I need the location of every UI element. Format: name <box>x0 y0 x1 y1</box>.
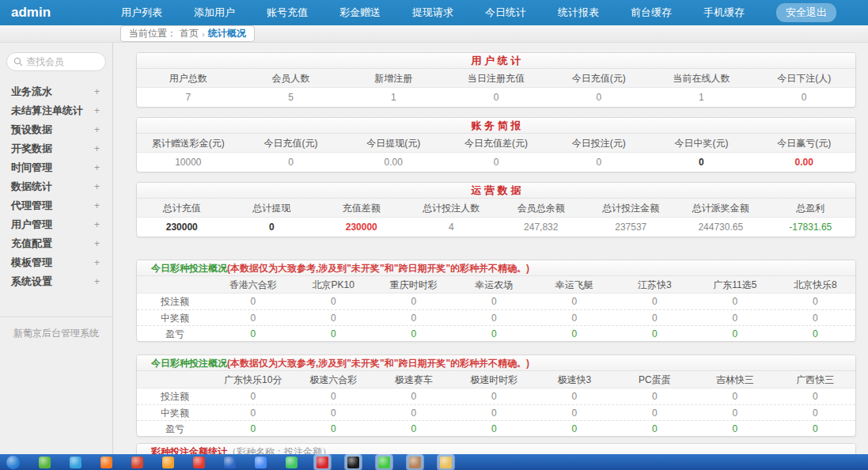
expand-plus-icon: + <box>94 181 100 192</box>
row-label-spacer <box>137 276 213 293</box>
table-row-profit-loss: 盈亏 00000000 <box>137 420 855 436</box>
windows-taskbar <box>0 454 868 470</box>
table-cell: 今日下注(人) <box>752 69 855 87</box>
sidebar-item-business-flow[interactable]: 业务流水+ <box>0 82 112 101</box>
360-browser-icon[interactable] <box>131 457 143 468</box>
table-cell: 0 <box>294 294 374 309</box>
panel-today-lottery-1: 今日彩种投注概况(本数据仅为大致参考,涉及到"未开奖"和"跨日期开奖"的彩种并不… <box>136 260 856 342</box>
table-cell: 总计充值 <box>137 199 227 217</box>
panel-title: 今日彩种投注概况(本数据仅为大致参考,涉及到"未开奖"和"跨日期开奖"的彩种并不… <box>137 355 855 371</box>
panel-operation-data: 运 营 数 据 总计充值总计提现充值差额总计投注人数会员总余额总计投注金额总计派… <box>136 182 856 237</box>
table-cell: 0 <box>213 326 294 341</box>
wechat-icon[interactable] <box>378 457 390 468</box>
table-cell: 0 <box>454 310 535 325</box>
row-label: 投注额 <box>137 389 213 404</box>
table-cell: 0 <box>615 389 696 404</box>
table-cell: 0 <box>534 421 615 436</box>
sidebar-item-unsettled-bet-stats[interactable]: 未结算注单统计+ <box>0 101 112 120</box>
table-cell: 0 <box>373 421 454 436</box>
top-menu-add-user[interactable]: 添加用户 <box>194 6 235 20</box>
top-menu-withdrawal-requests[interactable]: 提现请求 <box>412 6 453 20</box>
sidebar-item-time-management[interactable]: 时间管理+ <box>0 158 112 177</box>
sidebar-item-recharge-config[interactable]: 充值配置+ <box>0 234 112 253</box>
sidebar-item-system-settings[interactable]: 系统设置+ <box>0 272 112 291</box>
user-avatar-icon[interactable] <box>409 457 421 468</box>
table-cell: 江苏快3 <box>615 276 696 293</box>
table-cell: 今日充值(元) <box>240 134 343 152</box>
foxit-reader-icon[interactable] <box>316 457 328 468</box>
firefox-icon[interactable] <box>100 457 112 468</box>
table-cell: 0 <box>695 310 775 325</box>
top-menu-bonus-gift[interactable]: 彩金赠送 <box>339 6 381 20</box>
table-cell: 0 <box>240 153 343 172</box>
sidebar-item-template-management[interactable]: 模板管理+ <box>0 253 112 272</box>
photoshop-icon[interactable] <box>224 457 236 468</box>
top-menu-mobile-cache[interactable]: 手机缓存 <box>703 6 745 20</box>
sidebar-item-draw-data[interactable]: 开奖数据+ <box>0 139 112 158</box>
panel-user-stats: 用 户 统 计 用户总数会员人数新增注册当日注册充值今日充值(元)当前在线人数今… <box>136 52 856 108</box>
table-cell: PC蛋蛋 <box>615 371 696 388</box>
table-cell: 幸运农场 <box>454 276 535 293</box>
crocodile-app-icon[interactable] <box>39 457 51 468</box>
table-cell: 237537 <box>586 218 677 237</box>
logout-button[interactable]: 安全退出 <box>776 3 836 22</box>
ie-browser-icon[interactable] <box>70 457 81 468</box>
table-cell: 0 <box>373 294 454 309</box>
table-cell: 广东快乐10分 <box>213 371 294 388</box>
expand-plus-icon: + <box>94 86 100 97</box>
sidebar-menu: 业务流水+ 未结算注单统计+ 预设数据+ 开奖数据+ 时间管理+ 数据统计+ 代… <box>0 82 112 291</box>
table-cell: 总计提现 <box>227 199 317 217</box>
start-button[interactable] <box>6 456 20 469</box>
panel-title-main: 今日彩种投注概况 <box>151 358 227 369</box>
sidebar-item-user-management[interactable]: 用户管理+ <box>0 215 112 234</box>
folder-icon[interactable] <box>440 457 452 468</box>
expand-plus-icon: + <box>94 143 100 154</box>
search-input[interactable] <box>26 56 97 67</box>
expand-plus-icon: + <box>94 238 100 249</box>
table-cell: 4 <box>407 218 497 237</box>
table-cell: 广东11选5 <box>695 276 775 293</box>
table-row-win-amount: 中奖额 00000000 <box>137 309 855 325</box>
search-icon <box>13 57 23 66</box>
top-menu-user-list[interactable]: 用户列表 <box>121 6 162 20</box>
table-cell: 244730.65 <box>676 218 766 237</box>
media-player-icon[interactable] <box>286 457 298 468</box>
table-value-row: 10000 0 0.00 0 0 0 0.00 <box>137 153 855 172</box>
table-header-row: 总计充值总计提现充值差额总计投注人数会员总余额总计投注金额总计派奖金额总盈利 <box>137 199 855 218</box>
table-cell: 0 <box>445 153 548 172</box>
table-cell: 0 <box>454 405 535 420</box>
chrome-icon[interactable] <box>255 457 267 468</box>
row-label-spacer <box>137 371 213 388</box>
sidebar-item-preset-data[interactable]: 预设数据+ <box>0 120 112 139</box>
table-cell: 0 <box>294 310 374 325</box>
table-cell: 0 <box>752 88 855 107</box>
top-menu-account-recharge[interactable]: 账号充值 <box>267 6 308 20</box>
red-app-icon[interactable] <box>193 457 205 468</box>
top-menu-frontend-cache[interactable]: 前台缓存 <box>631 6 672 20</box>
table-cell: 0 <box>775 310 856 325</box>
row-label: 投注额 <box>137 294 213 309</box>
screen: admin 用户列表 添加用户 账号充值 彩金赠送 提现请求 今日统计 统计报表… <box>0 0 868 470</box>
row-label: 中奖额 <box>137 405 213 420</box>
sidebar-item-agent-management[interactable]: 代理管理+ <box>0 196 112 215</box>
table-value-row: 7510010 <box>137 88 855 107</box>
breadcrumb-bar: 当前位置： 首页 › 统计概况 <box>0 25 868 43</box>
top-menu-today-statistics[interactable]: 今日统计 <box>485 6 526 20</box>
sidebar-footer: 新葡京后台管理系统 <box>0 327 112 340</box>
table-cell: 0 <box>775 405 856 420</box>
table-cell: 总计派奖金额 <box>676 199 766 217</box>
table-cell: 0 <box>775 421 856 436</box>
panel-title: 账 务 简 报 <box>137 118 855 134</box>
top-menu-statistics-report[interactable]: 统计报表 <box>558 6 599 20</box>
table-cell: 0 <box>294 389 374 404</box>
breadcrumb-current[interactable]: 统计概况 <box>208 27 246 40</box>
table-header-row: 广东快乐10分极速六合彩极速赛车极速时时彩极速快3PC蛋蛋吉林快三广西快三 <box>137 371 855 389</box>
table-cell: 7 <box>137 88 240 107</box>
terminal-icon[interactable] <box>347 457 359 468</box>
table-cell: 0.00 <box>342 153 445 172</box>
sidebar-item-data-statistics[interactable]: 数据统计+ <box>0 177 112 196</box>
breadcrumb-home[interactable]: 首页 <box>180 27 199 40</box>
expand-plus-icon: + <box>94 276 100 287</box>
table-cell: 总盈利 <box>766 199 856 217</box>
2345-app-icon[interactable] <box>162 457 174 468</box>
